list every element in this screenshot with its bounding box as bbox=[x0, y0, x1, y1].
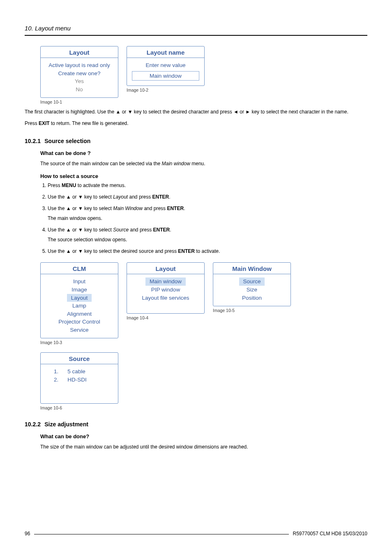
osd-title: Source bbox=[41, 353, 118, 364]
osd-image-10-4: Layout Main window PIP window Layout fil… bbox=[127, 262, 205, 320]
italic-term: Main window bbox=[162, 161, 190, 166]
osd-row-2: CLM Input Image Layout Lamp Alignment Pr… bbox=[40, 262, 367, 345]
osd-text: Active layout is read only bbox=[43, 61, 115, 69]
osd-input-value: Main window bbox=[132, 71, 199, 81]
osd-title: CLM bbox=[41, 263, 118, 274]
figure-caption: Image 10-3 bbox=[40, 340, 118, 345]
ordered-steps: Press MENU to activate the menus. Use th… bbox=[40, 182, 367, 255]
osd-image-10-2: Layout name Enter new value Main window … bbox=[127, 46, 205, 92]
osd-image-10-5: Main Window Source Size Position Image 1… bbox=[213, 262, 291, 313]
osd-row-3: Source 1. 5 cable 2. HD-SDI Image 10-6 bbox=[40, 352, 367, 410]
osd-item: Projector Control bbox=[43, 318, 115, 326]
osd-item: PIP window bbox=[129, 286, 202, 294]
text: menu. bbox=[190, 161, 205, 166]
menu-key: MENU bbox=[62, 183, 76, 188]
figure-caption: Image 10-2 bbox=[127, 88, 205, 92]
menu-key: ENTER bbox=[167, 206, 184, 211]
osd-item: Input bbox=[43, 278, 115, 286]
section-number: 10.2.2 bbox=[25, 421, 41, 428]
text: Use the ▲ or ▼ key to select bbox=[48, 227, 113, 233]
figure-caption: Image 10-6 bbox=[40, 405, 118, 410]
osd-row-1: Layout Active layout is read only Create… bbox=[40, 46, 367, 104]
osd-item: Size bbox=[216, 286, 288, 294]
osd-image-10-3: CLM Input Image Layout Lamp Alignment Pr… bbox=[40, 262, 118, 345]
step: Use the ▲ or ▼ key to select the desired… bbox=[48, 247, 367, 255]
sub-heading: How to select a source bbox=[40, 173, 367, 179]
figure-caption: Image 10-4 bbox=[127, 315, 205, 320]
text: Use the ▲ or ▼ key to select bbox=[48, 194, 113, 200]
osd-image-10-1: Layout Active layout is read only Create… bbox=[40, 46, 118, 104]
text: to return. The new file is generated. bbox=[50, 120, 129, 126]
section-heading: 10.2.1 Source selection bbox=[25, 138, 367, 144]
italic-term: Main Window bbox=[113, 206, 143, 211]
osd-title: Layout bbox=[127, 263, 204, 274]
osd-item-selected: Main window bbox=[145, 278, 186, 286]
menu-key: ENTER bbox=[153, 227, 170, 233]
menu-key: ENTER bbox=[152, 194, 169, 200]
source-number: 1. bbox=[54, 368, 58, 376]
text: to activate. bbox=[195, 248, 220, 254]
text: and press bbox=[143, 206, 167, 211]
source-name: 5 cable bbox=[67, 368, 85, 376]
osd-option-no: No bbox=[43, 86, 115, 94]
osd-item-selected: Layout bbox=[67, 294, 92, 302]
osd-item: Alignment bbox=[43, 310, 115, 318]
text: . bbox=[170, 227, 171, 233]
osd-item: Image bbox=[43, 286, 115, 294]
italic-term: Source bbox=[113, 227, 129, 233]
menu-key: ENTER bbox=[178, 248, 195, 254]
osd-image-10-6: Source 1. 5 cable 2. HD-SDI Image 10-6 bbox=[40, 352, 118, 410]
text: Use the ▲ or ▼ key to select the desired… bbox=[48, 248, 178, 254]
text: Press bbox=[25, 120, 39, 126]
figure-caption: Image 10-1 bbox=[40, 99, 118, 104]
page-footer: 96 R59770057 CLM HD8 15/03/2010 bbox=[25, 530, 367, 536]
page: 10. Layout menu Layout Active layout is … bbox=[0, 0, 392, 555]
page-number: 96 bbox=[25, 531, 30, 536]
section-number: 10.2.1 bbox=[25, 138, 41, 144]
section-title: Size adjustment bbox=[44, 421, 88, 428]
osd-text: Enter new value bbox=[129, 61, 202, 69]
header-rule bbox=[25, 35, 367, 36]
step: Press MENU to activate the menus. bbox=[48, 182, 367, 189]
section-heading: 10.2.2 Size adjustment bbox=[25, 421, 367, 428]
text: Press bbox=[48, 183, 62, 188]
figure-caption: Image 10-5 bbox=[213, 308, 291, 313]
source-number: 2. bbox=[54, 376, 58, 384]
step-note: The source selection window opens. bbox=[48, 236, 367, 243]
osd-option-yes: Yes bbox=[43, 77, 115, 86]
header-chapter-title: 10. Layout menu bbox=[25, 25, 367, 35]
menu-key: EXIT bbox=[39, 120, 50, 126]
step: Use the ▲ or ▼ key to select Layout and … bbox=[48, 193, 367, 201]
paragraph: The first character is highlighted. Use … bbox=[25, 109, 367, 116]
text: and press bbox=[128, 194, 152, 200]
section-title: Source selection bbox=[44, 138, 90, 144]
text: . bbox=[169, 194, 170, 200]
sub-heading: What can be done ? bbox=[40, 150, 367, 156]
text: Use the ▲ or ▼ key to select bbox=[48, 206, 113, 211]
step: Use the ▲ or ▼ key to select Main Window… bbox=[48, 205, 367, 222]
source-name: HD-SDI bbox=[67, 376, 87, 384]
step-note: The main window opens. bbox=[48, 215, 367, 222]
paragraph: The source of the main window can be sel… bbox=[40, 160, 367, 167]
text: . bbox=[184, 206, 185, 211]
osd-item: Layout file services bbox=[129, 294, 202, 302]
osd-item-selected: Source bbox=[239, 278, 265, 286]
osd-item: Lamp bbox=[43, 302, 115, 310]
text: and press bbox=[129, 227, 153, 233]
osd-text: Create new one? bbox=[43, 69, 115, 78]
sub-heading: What can be done? bbox=[40, 433, 367, 439]
osd-item: Position bbox=[216, 294, 288, 302]
osd-item: Service bbox=[43, 326, 115, 334]
paragraph: The size of the main window can be adjus… bbox=[40, 444, 367, 451]
text: The source of the main window can be sel… bbox=[40, 161, 162, 166]
text: to activate the menus. bbox=[76, 183, 126, 188]
osd-title: Main Window bbox=[213, 263, 291, 274]
osd-title: Layout name bbox=[127, 46, 204, 58]
osd-title: Layout bbox=[41, 46, 118, 58]
paragraph: Press EXIT to return. The new file is ge… bbox=[25, 120, 367, 127]
doc-id-date: R59770057 CLM HD8 15/03/2010 bbox=[293, 531, 367, 536]
step: Use the ▲ or ▼ key to select Source and … bbox=[48, 226, 367, 243]
italic-term: Layout bbox=[113, 194, 128, 200]
